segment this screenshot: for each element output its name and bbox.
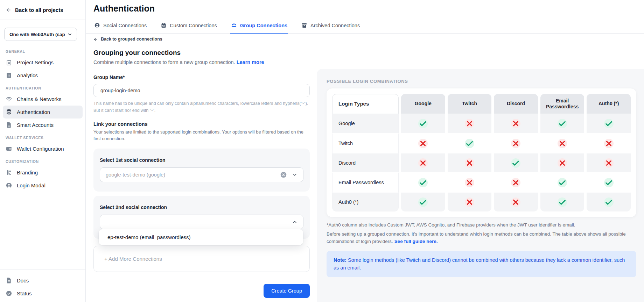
combination-cell (401, 133, 445, 153)
table-column-auth0-: Auth0 (*) (587, 94, 631, 211)
sidebar-item-chains-networks[interactable]: Chains & Networks (3, 93, 83, 106)
combination-cell (540, 192, 584, 211)
table-column-login-types: Login TypesGoogleTwitchDiscordEmail Pass… (332, 94, 399, 211)
tab-label: Archived Connections (310, 23, 360, 28)
full-guide-link[interactable]: See full guide here. (394, 239, 438, 244)
combinations-table-card: Login TypesGoogleTwitchDiscordEmail Pass… (327, 88, 636, 217)
first-connection-select[interactable]: google-test-demo (google) (100, 167, 303, 182)
check-icon (465, 139, 474, 148)
sidebar-item-project-settings[interactable]: Project Settings (3, 56, 83, 69)
check-circle-icon (6, 290, 12, 297)
x-icon (418, 158, 428, 168)
combination-cell (540, 153, 584, 172)
sidebar-item-status[interactable]: Status (3, 287, 83, 300)
arrow-left-icon (6, 7, 12, 13)
tab-custom-connections[interactable]: Custom Connections (160, 19, 218, 34)
check-icon (604, 119, 614, 128)
column-header: Discord (494, 94, 538, 114)
combination-cell (401, 192, 445, 211)
project-selector-value: One with Web3Auth (sap (9, 32, 65, 37)
create-group-button[interactable]: Create Group (264, 284, 310, 298)
group-name-input[interactable] (93, 84, 310, 97)
check-icon (418, 119, 428, 128)
sidebar-item-analytics[interactable]: Analytics (3, 69, 83, 82)
add-more-connections-button[interactable]: + Add More Connections (93, 246, 310, 272)
x-icon (511, 197, 520, 207)
combination-cell (587, 114, 631, 133)
sidebar-item-branding[interactable]: Branding (3, 166, 83, 179)
database-icon (6, 109, 12, 115)
x-icon (511, 119, 520, 128)
combination-cell (494, 153, 538, 172)
sidebar-item-label: Analytics (17, 72, 38, 78)
nav-section-label: WALLET SERVICES (0, 131, 85, 142)
x-icon (465, 119, 474, 128)
tab-label: Social Connections (103, 23, 147, 28)
column-header: Email Passwordless (540, 94, 584, 114)
combination-cell (540, 172, 584, 192)
sidebar: Back to all projects One with Web3Auth (… (0, 0, 86, 302)
web3auth-dashboard: Back to all projects One with Web3Auth (… (0, 0, 644, 302)
auth0-footnote: *Auth0 column also includes Custom JWT, … (327, 222, 636, 228)
x-icon (558, 139, 567, 148)
chevron-down-icon (67, 32, 72, 37)
clear-selection-icon[interactable] (280, 171, 287, 178)
x-icon (604, 139, 614, 148)
user-circle-icon (94, 22, 100, 28)
document-icon (6, 277, 12, 284)
first-connection-value: google-test-demo (google) (106, 172, 280, 178)
x-icon (604, 158, 614, 168)
combination-cell (448, 114, 492, 133)
tab-label: Group Connections (240, 23, 287, 28)
table-column-google: Google (401, 94, 445, 211)
sidebar-item-label: Chains & Networks (17, 96, 62, 102)
section-title: Grouping your connections (93, 49, 310, 57)
check-icon (558, 197, 567, 207)
row-label-twitch: Twitch (332, 133, 399, 153)
combination-cell (494, 114, 538, 133)
clipboard-icon (6, 59, 12, 66)
check-icon (604, 197, 614, 207)
sidebar-item-authentication[interactable]: Authentication (3, 106, 83, 118)
table-column-discord: Discord (494, 94, 538, 211)
first-connection-label: Select 1st social connection (100, 157, 303, 163)
second-connection-card: Select 2nd social connection ep-test-dem… (93, 196, 310, 239)
combination-cell (540, 114, 584, 133)
row-label-discord: Discord (332, 153, 399, 172)
sidebar-item-smart-accounts[interactable]: Smart Accounts (3, 118, 83, 131)
learn-more-link[interactable]: Learn more (237, 59, 264, 65)
tab-social-connections[interactable]: Social Connections (93, 19, 147, 34)
sidebar-item-wallet-configuration[interactable]: Wallet Configuration (3, 142, 83, 155)
combination-cell (401, 172, 445, 192)
combination-cell (448, 153, 492, 172)
sidebar-item-login-modal[interactable]: Login Modal (3, 179, 83, 192)
x-icon (465, 178, 474, 187)
tab-label: Custom Connections (170, 23, 217, 28)
table-column-email-passwordless: Email Passwordless (540, 94, 584, 211)
combination-cell (401, 153, 445, 172)
nav-section-label: AUTHENTICATION (0, 82, 85, 93)
x-icon (465, 158, 474, 168)
back-to-projects-label: Back to all projects (15, 7, 63, 13)
tab-group-connections[interactable]: Group Connections (230, 19, 288, 34)
back-to-grouped-connections-link[interactable]: Back to grouped connections (93, 37, 310, 42)
project-selector[interactable]: One with Web3Auth (sap (4, 28, 77, 41)
x-icon (511, 178, 520, 187)
sidebar-item-label: Authentication (17, 109, 50, 115)
check-icon (418, 178, 428, 187)
section-subtitle: Combine multiple connections to form a n… (93, 59, 310, 65)
sidebar-item-label: Status (17, 290, 32, 296)
sidebar-item-label: Wallet Configuration (17, 146, 64, 152)
x-icon (558, 158, 567, 168)
combination-cell (587, 192, 631, 211)
row-label-google: Google (332, 114, 399, 133)
sidebar-item-docs[interactable]: Docs (3, 274, 83, 287)
dropdown-option-ep-test-demo[interactable]: ep-test-demo (email_passwordless) (99, 229, 303, 245)
login-combinations-panel: POSSIBLE LOGIN COMBINATIONS Login TypesG… (317, 69, 644, 302)
connection-dropdown: ep-test-demo (email_passwordless) (99, 229, 303, 245)
combinations-footnote: Before setting up a grouped connection, … (327, 231, 635, 245)
second-connection-select[interactable] (100, 215, 303, 229)
tab-archived-connections[interactable]: Archived Connections (301, 19, 360, 34)
back-to-projects-link[interactable]: Back to all projects (0, 0, 85, 20)
user-circle-icon (6, 182, 12, 189)
